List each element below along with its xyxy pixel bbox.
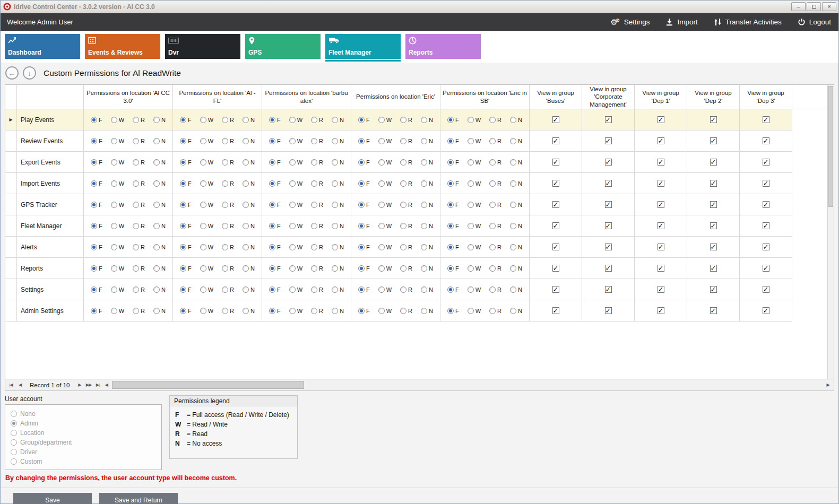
radio-option-r[interactable]: R — [489, 244, 501, 250]
radio-option-r[interactable]: R — [133, 286, 145, 293]
user-account-option-location[interactable]: Location — [11, 428, 156, 438]
radio-option-w[interactable]: W — [200, 180, 213, 187]
radio-option-r[interactable]: R — [133, 159, 145, 166]
radio-option-n[interactable]: N — [510, 138, 522, 144]
radio-option-n[interactable]: N — [153, 202, 166, 208]
radio-option-r[interactable]: R — [222, 180, 234, 187]
radio-option-w[interactable]: W — [289, 223, 302, 229]
radio-option-n[interactable]: N — [332, 159, 344, 166]
radio-option-n[interactable]: N — [332, 308, 344, 314]
radio-option-f[interactable]: F — [269, 223, 281, 229]
tab-dvr[interactable]: Dvr — [165, 34, 240, 59]
close-button[interactable]: × — [822, 2, 836, 11]
user-account-option-custom[interactable]: Custom — [11, 457, 156, 466]
radio-option-w[interactable]: W — [111, 117, 124, 123]
first-record-button[interactable]: |◀ — [6, 381, 15, 389]
radio-option-f[interactable]: F — [269, 138, 281, 144]
radio-option-f[interactable]: F — [447, 202, 459, 208]
radio-option-n[interactable]: N — [421, 265, 433, 272]
radio-option-r[interactable]: R — [133, 244, 145, 250]
radio-option-r[interactable]: R — [311, 286, 323, 293]
radio-option-r[interactable]: R — [400, 244, 412, 250]
radio-option-f[interactable]: F — [447, 180, 459, 187]
radio-option-w[interactable]: W — [111, 138, 124, 144]
radio-option-n[interactable]: N — [510, 202, 522, 208]
radio-option-f[interactable]: F — [180, 265, 192, 272]
checkbox[interactable]: ✓ — [552, 286, 559, 293]
user-account-option-driver[interactable]: Driver — [11, 447, 156, 457]
radio-option-n[interactable]: N — [332, 286, 344, 293]
checkbox[interactable]: ✓ — [710, 137, 717, 144]
radio-option-n[interactable]: N — [153, 308, 166, 314]
checkbox[interactable]: ✓ — [710, 159, 717, 166]
checkbox[interactable]: ✓ — [658, 307, 664, 314]
radio-option-r[interactable]: R — [400, 286, 412, 293]
radio-option-r[interactable]: R — [400, 223, 412, 229]
radio-option-w[interactable]: W — [378, 286, 392, 293]
radio-option-n[interactable]: N — [421, 138, 433, 144]
radio-option-w[interactable]: W — [111, 202, 124, 208]
checkbox[interactable]: ✓ — [710, 307, 717, 314]
radio-option-w[interactable]: W — [111, 265, 124, 272]
radio-option-n[interactable]: N — [243, 138, 255, 144]
checkbox[interactable]: ✓ — [658, 265, 664, 272]
radio-option-w[interactable]: W — [468, 286, 481, 293]
last-record-button[interactable]: ▶| — [93, 381, 102, 389]
radio-option-r[interactable]: R — [311, 180, 323, 187]
radio-option-n[interactable]: N — [153, 180, 166, 187]
radio-option-r[interactable]: R — [222, 138, 234, 144]
horizontal-scrollbar[interactable] — [111, 381, 823, 389]
checkbox[interactable]: ✓ — [605, 116, 612, 123]
radio-option-n[interactable]: N — [510, 159, 522, 166]
checkbox[interactable]: ✓ — [763, 180, 769, 187]
checkbox[interactable]: ✓ — [552, 137, 559, 144]
import-button[interactable]: Import — [665, 18, 697, 26]
radio-option-f[interactable]: F — [358, 244, 370, 250]
radio-option-r[interactable]: R — [489, 286, 501, 293]
radio-option-w[interactable]: W — [378, 159, 392, 166]
radio-option-f[interactable]: F — [358, 138, 370, 144]
radio-option-n[interactable]: N — [243, 159, 255, 166]
radio-option-n[interactable]: N — [510, 286, 522, 293]
checkbox[interactable]: ✓ — [710, 180, 717, 187]
previous-record-button[interactable]: ◀ — [15, 381, 24, 389]
checkbox[interactable]: ✓ — [552, 307, 559, 314]
tab-dashboard[interactable]: Dashboard — [5, 34, 80, 59]
radio-option-n[interactable]: N — [510, 223, 522, 229]
checkbox[interactable]: ✓ — [763, 201, 769, 208]
radio-option-f[interactable]: F — [358, 308, 370, 314]
radio-option-f[interactable]: F — [180, 202, 192, 208]
radio-option-n[interactable]: N — [510, 117, 522, 123]
radio-option-r[interactable]: R — [133, 308, 145, 314]
radio-option-f[interactable]: F — [269, 117, 281, 123]
radio-option-r[interactable]: R — [133, 202, 145, 208]
radio-option-n[interactable]: N — [332, 180, 344, 187]
radio-option-f[interactable]: F — [269, 244, 281, 250]
radio-option-n[interactable]: N — [243, 286, 255, 293]
checkbox[interactable]: ✓ — [658, 116, 664, 123]
radio-option-r[interactable]: R — [489, 138, 501, 144]
radio-option-r[interactable]: R — [311, 244, 323, 250]
radio-option-r[interactable]: R — [311, 223, 323, 229]
radio-option-f[interactable]: F — [269, 159, 281, 166]
radio-option-w[interactable]: W — [289, 308, 302, 314]
radio-option-f[interactable]: F — [180, 180, 192, 187]
radio-option-w[interactable]: W — [468, 308, 481, 314]
radio-option-f[interactable]: F — [269, 180, 281, 187]
radio-option-r[interactable]: R — [222, 244, 234, 250]
radio-option-w[interactable]: W — [378, 244, 392, 250]
radio-option-w[interactable]: W — [289, 138, 302, 144]
checkbox[interactable]: ✓ — [763, 307, 769, 314]
radio-option-f[interactable]: F — [358, 117, 370, 123]
radio-option-r[interactable]: R — [400, 202, 412, 208]
radio-option-r[interactable]: R — [222, 159, 234, 166]
radio-option-f[interactable]: F — [447, 286, 459, 293]
checkbox[interactable]: ✓ — [605, 222, 612, 229]
radio-option-w[interactable]: W — [111, 159, 124, 166]
radio-option-r[interactable]: R — [311, 117, 323, 123]
next-page-button[interactable]: ▶▶ — [84, 381, 93, 389]
tab-gps[interactable]: GPS — [245, 34, 321, 59]
save-button[interactable]: Save — [13, 493, 92, 504]
radio-option-n[interactable]: N — [153, 159, 166, 166]
save-and-return-button[interactable]: Save and Return — [99, 493, 178, 504]
